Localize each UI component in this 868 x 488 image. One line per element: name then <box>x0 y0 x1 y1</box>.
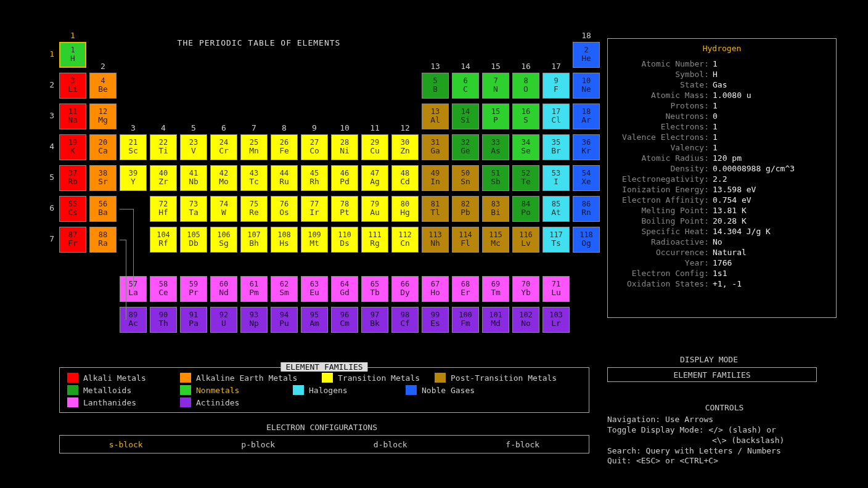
element-cell-As[interactable]: 33As <box>482 134 509 160</box>
element-cell-W[interactable]: 74W <box>210 196 237 222</box>
element-cell-Lu[interactable]: 71Lu <box>542 276 570 302</box>
element-cell-Lr[interactable]: 103Lr <box>542 307 570 333</box>
element-cell-In[interactable]: 49In <box>422 165 449 191</box>
element-cell-Sg[interactable]: 106Sg <box>210 227 237 253</box>
element-cell-At[interactable]: 85At <box>542 196 570 222</box>
element-cell-N[interactable]: 7N <box>482 73 509 99</box>
element-cell-Rg[interactable]: 111Rg <box>361 227 388 253</box>
element-cell-Ne[interactable]: 10Ne <box>573 73 600 99</box>
element-cell-Pt[interactable]: 78Pt <box>331 196 358 222</box>
element-cell-Ti[interactable]: 22Ti <box>150 134 177 160</box>
family-legend-item[interactable]: Alkaline Earth Metals <box>180 373 322 383</box>
element-cell-Xe[interactable]: 54Xe <box>573 165 600 191</box>
element-cell-K[interactable]: 19K <box>59 134 86 160</box>
element-cell-Pr[interactable]: 59Pr <box>180 276 207 302</box>
ec-block-tab[interactable]: s-block <box>109 440 143 449</box>
element-cell-Po[interactable]: 84Po <box>512 196 539 222</box>
element-cell-Rf[interactable]: 104Rf <box>150 227 177 253</box>
element-cell-Sn[interactable]: 50Sn <box>452 165 479 191</box>
element-cell-Zn[interactable]: 30Zn <box>391 134 419 160</box>
element-cell-Mc[interactable]: 115Mc <box>482 227 509 253</box>
family-legend-item[interactable]: Lanthanides <box>67 397 180 407</box>
element-cell-Ra[interactable]: 88Ra <box>89 227 117 253</box>
family-legend-item[interactable]: Nonmetals <box>180 385 293 395</box>
element-cell-Db[interactable]: 105Db <box>180 227 207 253</box>
element-cell-Zr[interactable]: 40Zr <box>150 165 177 191</box>
element-cell-Dy[interactable]: 66Dy <box>391 276 419 302</box>
element-cell-Sb[interactable]: 51Sb <box>482 165 509 191</box>
element-cell-Li[interactable]: 3Li <box>59 73 86 99</box>
element-cell-Nb[interactable]: 41Nb <box>180 165 207 191</box>
element-cell-Es[interactable]: 99Es <box>422 307 449 333</box>
element-cell-Tb[interactable]: 65Tb <box>361 276 388 302</box>
element-cell-Ge[interactable]: 32Ge <box>452 134 479 160</box>
element-cell-Pa[interactable]: 91Pa <box>180 307 207 333</box>
element-cell-I[interactable]: 53I <box>542 165 570 191</box>
electron-config-tabs[interactable]: s-blockp-blockd-blockf-block <box>59 435 589 453</box>
ec-block-tab[interactable]: f-block <box>506 440 539 449</box>
element-cell-Fl[interactable]: 114Fl <box>452 227 479 253</box>
element-cell-Pd[interactable]: 46Pd <box>331 165 358 191</box>
element-cell-Ag[interactable]: 47Ag <box>361 165 388 191</box>
display-mode-value[interactable]: ELEMENT FAMILIES <box>607 367 817 382</box>
element-cell-Br[interactable]: 35Br <box>542 134 570 160</box>
family-legend-item[interactable]: Noble Gases <box>406 385 518 395</box>
element-cell-Fm[interactable]: 100Fm <box>452 307 479 333</box>
element-cell-Fr[interactable]: 87Fr <box>59 227 86 253</box>
element-cell-Yb[interactable]: 70Yb <box>512 276 539 302</box>
element-cell-Tm[interactable]: 69Tm <box>482 276 509 302</box>
element-cell-Ce[interactable]: 58Ce <box>150 276 177 302</box>
element-cell-Re[interactable]: 75Re <box>240 196 268 222</box>
element-cell-Lv[interactable]: 116Lv <box>512 227 539 253</box>
element-cell-Te[interactable]: 52Te <box>512 165 539 191</box>
element-cell-Og[interactable]: 118Og <box>573 227 600 253</box>
element-cell-Cn[interactable]: 112Cn <box>391 227 419 253</box>
element-cell-V[interactable]: 23V <box>180 134 207 160</box>
element-cell-Ar[interactable]: 18Ar <box>573 104 600 129</box>
element-cell-H[interactable]: 1H <box>59 42 86 68</box>
element-cell-C[interactable]: 6C <box>452 73 479 99</box>
element-cell-Ru[interactable]: 44Ru <box>271 165 298 191</box>
element-cell-Th[interactable]: 90Th <box>150 307 177 333</box>
element-cell-Mn[interactable]: 25Mn <box>240 134 268 160</box>
element-cell-Ir[interactable]: 77Ir <box>301 196 328 222</box>
element-cell-Nd[interactable]: 60Nd <box>210 276 237 302</box>
element-cell-Ba[interactable]: 56Ba <box>89 196 117 222</box>
family-legend-item[interactable]: Transition Metals <box>322 373 435 383</box>
element-cell-Y[interactable]: 39Y <box>120 165 147 191</box>
ec-block-tab[interactable]: p-block <box>241 440 275 449</box>
element-cell-Sr[interactable]: 38Sr <box>89 165 117 191</box>
element-cell-Ds[interactable]: 110Ds <box>331 227 358 253</box>
element-cell-O[interactable]: 8O <box>512 73 539 99</box>
element-cell-Cd[interactable]: 48Cd <box>391 165 419 191</box>
element-cell-Tc[interactable]: 43Tc <box>240 165 268 191</box>
element-cell-Md[interactable]: 101Md <box>482 307 509 333</box>
element-cell-Cu[interactable]: 29Cu <box>361 134 388 160</box>
family-legend-item[interactable]: Actinides <box>180 397 293 407</box>
element-cell-Er[interactable]: 68Er <box>452 276 479 302</box>
element-cell-Hg[interactable]: 80Hg <box>391 196 419 222</box>
element-cell-Cs[interactable]: 55Cs <box>59 196 86 222</box>
element-cell-Np[interactable]: 93Np <box>240 307 268 333</box>
element-cell-Cl[interactable]: 17Cl <box>542 104 570 129</box>
element-cell-Cm[interactable]: 96Cm <box>331 307 358 333</box>
element-cell-Sc[interactable]: 21Sc <box>120 134 147 160</box>
element-cell-Bi[interactable]: 83Bi <box>482 196 509 222</box>
element-cell-Au[interactable]: 79Au <box>361 196 388 222</box>
element-cell-Pm[interactable]: 61Pm <box>240 276 268 302</box>
element-cell-Hf[interactable]: 72Hf <box>150 196 177 222</box>
element-cell-Ga[interactable]: 31Ga <box>422 134 449 160</box>
family-legend-item[interactable]: Halogens <box>293 385 406 395</box>
element-cell-Rn[interactable]: 86Rn <box>573 196 600 222</box>
element-cell-F[interactable]: 9F <box>542 73 570 99</box>
element-cell-Ca[interactable]: 20Ca <box>89 134 117 160</box>
element-cell-Be[interactable]: 4Be <box>89 73 117 99</box>
element-cell-Hs[interactable]: 108Hs <box>271 227 298 253</box>
element-cell-Tl[interactable]: 81Tl <box>422 196 449 222</box>
element-cell-Pb[interactable]: 82Pb <box>452 196 479 222</box>
element-cell-Al[interactable]: 13Al <box>422 104 449 129</box>
element-cell-Mt[interactable]: 109Mt <box>301 227 328 253</box>
element-cell-Ac[interactable]: 89Ac <box>120 307 147 333</box>
family-legend-item[interactable]: Post-Transition Metals <box>435 373 576 383</box>
element-cell-Mo[interactable]: 42Mo <box>210 165 237 191</box>
